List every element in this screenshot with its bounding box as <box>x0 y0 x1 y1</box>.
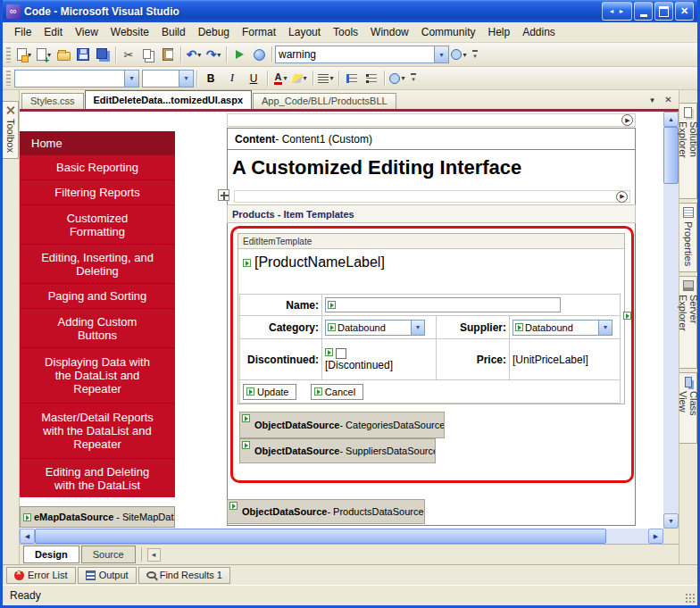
menu-layout[interactable]: Layout <box>282 23 327 41</box>
new-project-button[interactable] <box>14 45 34 64</box>
find-options-button[interactable] <box>449 45 469 64</box>
chevron-down-icon[interactable] <box>179 71 193 87</box>
toolbar-grip[interactable] <box>6 47 11 62</box>
browse-button[interactable] <box>249 45 269 64</box>
nav-item-master-detail[interactable]: Master/Detail Reports with the DataList … <box>20 403 175 458</box>
menu-debug[interactable]: Debug <box>192 23 236 41</box>
save-all-button[interactable] <box>93 45 112 64</box>
target-schema-input[interactable] <box>15 71 124 87</box>
tab-scroll-left-button[interactable] <box>147 548 161 562</box>
panel-tab-properties[interactable]: Properties <box>679 203 697 272</box>
panel-tab-class-view[interactable]: Class View <box>679 372 697 444</box>
toolbar-overflow-button[interactable] <box>409 70 418 87</box>
open-file-button[interactable] <box>54 45 73 64</box>
menu-community[interactable]: Community <box>415 23 482 41</box>
tab-source[interactable]: Source <box>81 546 136 563</box>
numbered-list-button[interactable] <box>342 69 362 88</box>
copy-button[interactable] <box>138 45 158 64</box>
menu-website[interactable]: Website <box>104 23 155 41</box>
font-color-button[interactable]: A <box>271 69 290 88</box>
toolbar-grip[interactable] <box>6 71 11 86</box>
save-button[interactable] <box>73 45 93 64</box>
paste-button[interactable] <box>158 45 178 64</box>
tab-editdeletedata-aspx[interactable]: EditDeleteData...tomizedUI.aspx <box>85 90 253 109</box>
close-button[interactable] <box>675 2 694 21</box>
tab-output[interactable]: Output <box>78 567 137 584</box>
tab-list-dropdown-button[interactable] <box>646 93 659 106</box>
nav-item-adding-custom-buttons[interactable]: Adding Custom Buttons <box>20 308 175 347</box>
target-schema-combo[interactable] <box>14 70 139 87</box>
menu-addins[interactable]: Addins <box>516 23 562 41</box>
add-item-button[interactable] <box>34 45 54 64</box>
menu-help[interactable]: Help <box>481 23 516 41</box>
nav-item-filtering-reports[interactable]: Filtering Reports <box>20 179 175 204</box>
menu-edit[interactable]: Edit <box>38 23 69 41</box>
font-size-input[interactable] <box>143 71 179 87</box>
vertical-scrollbar[interactable]: ▲ ▼ <box>663 112 679 529</box>
horizontal-scrollbar[interactable]: ◀ ▶ <box>20 529 663 544</box>
menu-tools[interactable]: Tools <box>327 23 364 41</box>
hyperlink-button[interactable] <box>388 69 407 88</box>
panel-tab-solution-explorer[interactable]: Solution Explorer <box>679 103 697 199</box>
tab-design[interactable]: Design <box>23 546 79 563</box>
nav-item-editing-deleting-datalist[interactable]: Editing and Deleting with the DataList <box>20 458 175 497</box>
products-drag-strip <box>234 190 630 203</box>
redo-button[interactable] <box>204 45 223 64</box>
nav-item-customized-formatting[interactable]: Customized Formatting <box>20 204 175 244</box>
scroll-up-button[interactable]: ▲ <box>663 112 679 127</box>
bold-button[interactable]: B <box>200 69 221 88</box>
panel-tab-server-explorer[interactable]: Server Explorer <box>679 276 697 369</box>
underline-button[interactable]: U <box>243 69 264 88</box>
italic-button[interactable]: I <box>221 69 243 88</box>
nav-item-displaying-data[interactable]: Displaying Data with the DataList and Re… <box>20 347 175 403</box>
sitemapdatasource-box[interactable]: eMapDataSource - SiteMapDataSource1 <box>20 506 175 528</box>
search-combo[interactable] <box>275 46 449 63</box>
minimize-button[interactable] <box>634 2 653 21</box>
nav-item-home[interactable]: Home <box>20 131 175 154</box>
toolbox-tab[interactable]: Toolbox <box>3 101 19 159</box>
cut-button[interactable] <box>119 45 138 64</box>
tab-error-list[interactable]: Error List <box>6 567 76 584</box>
products-datasource-box[interactable]: ObjectDataSource - ProductsDataSource <box>227 499 425 524</box>
bullet-list-button[interactable] <box>362 69 381 88</box>
menu-file[interactable]: File <box>8 23 38 41</box>
tab-styles-css[interactable]: Styles.css <box>21 93 84 109</box>
horizontal-scroll-track[interactable] <box>606 529 648 544</box>
nav-item-basic-reporting[interactable]: Basic Reporting <box>20 154 175 179</box>
menu-build[interactable]: Build <box>155 23 192 41</box>
alignment-button[interactable] <box>316 69 336 88</box>
content-placeholder-header[interactable]: Content - Content1 (Custom) <box>228 129 635 150</box>
chevron-down-icon[interactable] <box>124 71 138 87</box>
move-handle-icon[interactable] <box>218 189 229 201</box>
databinding-tag-icon <box>23 513 31 521</box>
restore-button[interactable] <box>654 2 673 21</box>
title-bar[interactable]: Code - Microsoft Visual Studio <box>3 0 697 22</box>
scroll-left-button[interactable]: ◀ <box>20 529 35 544</box>
tab-productsbll[interactable]: App_Code/BLL/ProductsBLL <box>253 93 396 109</box>
font-size-combo[interactable] <box>142 70 194 87</box>
horizontal-scroll-thumb[interactable] <box>35 529 606 544</box>
window-arrows-button[interactable] <box>602 2 632 21</box>
tab-find-results[interactable]: Find Results 1 <box>138 567 230 584</box>
close-document-button[interactable] <box>662 93 675 106</box>
undo-button[interactable] <box>184 45 204 64</box>
nav-item-paging-sorting[interactable]: Paging and Sorting <box>20 283 175 308</box>
vertical-scroll-thumb[interactable] <box>663 127 679 184</box>
menu-window[interactable]: Window <box>364 23 415 41</box>
scroll-right-button[interactable]: ▶ <box>648 529 663 544</box>
resize-grip[interactable] <box>684 592 696 604</box>
nav-item-editing-inserting-deleting[interactable]: Editing, Inserting, and Deleting <box>20 244 175 283</box>
chevron-down-icon[interactable] <box>434 46 448 62</box>
scroll-down-button[interactable]: ▼ <box>663 513 679 529</box>
search-input[interactable] <box>276 46 434 62</box>
smart-tag-arrow-icon[interactable] <box>621 114 633 126</box>
menu-view[interactable]: View <box>69 23 104 41</box>
vertical-scroll-track[interactable] <box>663 184 679 513</box>
highlight-button[interactable] <box>290 69 310 88</box>
toolbar-overflow-button[interactable] <box>471 46 479 63</box>
start-debug-button[interactable] <box>229 45 249 64</box>
design-surface[interactable]: Home Basic Reporting Filtering Reports C… <box>20 112 663 529</box>
view-tab-strip: Design Source <box>20 544 679 564</box>
menu-format[interactable]: Format <box>236 23 282 41</box>
smart-tag-arrow-icon[interactable] <box>616 191 628 203</box>
